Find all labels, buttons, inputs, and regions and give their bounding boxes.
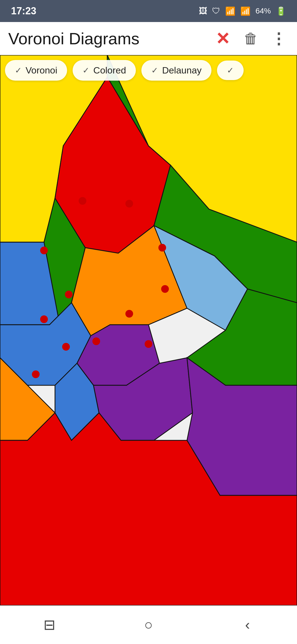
battery-icon: 🔋	[276, 6, 286, 16]
more-icon: ⋮	[271, 30, 287, 48]
battery-text: 64%	[255, 7, 271, 15]
trash-icon: 🗑	[244, 30, 258, 47]
svg-point-24	[125, 310, 133, 318]
photo-icon: 🖼	[199, 6, 207, 16]
back-button[interactable]: ‹	[234, 614, 261, 636]
svg-point-26	[62, 343, 70, 351]
recent-apps-button[interactable]: ⊟	[36, 614, 63, 636]
chips-row: ✓ Voronoi ✓ Colored ✓ Delaunay ✓	[0, 55, 297, 86]
svg-point-19	[125, 200, 133, 208]
check-delaunay-icon: ✓	[151, 66, 158, 75]
recent-apps-icon: ⊟	[43, 616, 56, 633]
svg-point-27	[92, 337, 100, 345]
home-icon: ○	[144, 616, 153, 633]
check-colored-icon: ✓	[82, 66, 89, 75]
status-time: 17:23	[11, 5, 36, 17]
svg-point-29	[32, 370, 40, 378]
bottom-nav: ⊟ ○ ‹	[0, 605, 297, 644]
svg-point-20	[40, 247, 48, 254]
chip-delaunay-label: Delaunay	[162, 65, 202, 76]
svg-point-18	[79, 197, 86, 205]
shield-icon: 🛡	[212, 6, 220, 16]
chip-delaunay[interactable]: ✓ Delaunay	[141, 60, 211, 81]
status-bar: 17:23 🖼 🛡 📶 📶 64% 🔋	[0, 0, 297, 22]
chip-voronoi[interactable]: ✓ Voronoi	[5, 60, 67, 81]
check-extra-icon: ✓	[227, 66, 234, 75]
back-icon: ‹	[245, 616, 250, 633]
trash-button[interactable]: 🗑	[241, 29, 261, 48]
close-icon: ✕	[216, 29, 230, 49]
canvas-area[interactable]: ✓ Voronoi ✓ Colored ✓ Delaunay ✓	[0, 55, 297, 605]
app-bar-actions: ✕ 🗑 ⋮	[213, 29, 289, 48]
status-icons: 🖼 🛡 📶 📶 64% 🔋	[199, 6, 286, 16]
svg-point-21	[158, 244, 166, 252]
chip-extra[interactable]: ✓	[217, 61, 244, 80]
app-bar: Voronoi Diagrams ✕ 🗑 ⋮	[0, 22, 297, 55]
more-button[interactable]: ⋮	[269, 29, 289, 48]
wifi-icon: 📶	[225, 6, 235, 16]
check-voronoi-icon: ✓	[15, 66, 22, 75]
close-button[interactable]: ✕	[213, 29, 233, 48]
svg-point-25	[161, 285, 169, 293]
svg-point-23	[65, 291, 73, 298]
chip-voronoi-label: Voronoi	[26, 65, 57, 76]
voronoi-diagram[interactable]	[0, 55, 297, 605]
app-title: Voronoi Diagrams	[8, 29, 213, 48]
chip-colored[interactable]: ✓ Colored	[73, 60, 136, 81]
chip-colored-label: Colored	[93, 65, 126, 76]
signal-icon: 📶	[240, 6, 251, 16]
svg-point-22	[40, 315, 48, 323]
svg-point-28	[145, 340, 152, 348]
home-button[interactable]: ○	[135, 614, 162, 636]
